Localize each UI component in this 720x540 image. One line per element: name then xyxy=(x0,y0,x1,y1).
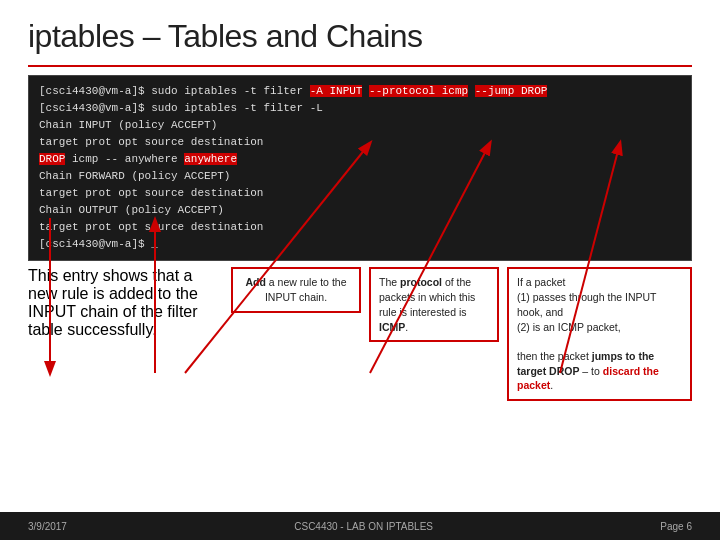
terminal-line: target prot opt source destination xyxy=(39,134,681,151)
callout-add-bold: Add xyxy=(246,276,266,288)
title-underline xyxy=(28,65,692,67)
callout-proto-end: . xyxy=(405,321,408,333)
terminal-line: Chain OUTPUT (policy ACCEPT) xyxy=(39,202,681,219)
callout-proto-pre: The xyxy=(379,276,400,288)
callout-add: Add a new rule to the INPUT chain. xyxy=(231,267,361,312)
callout-jump-t1: If a packet xyxy=(517,276,565,288)
callout-jump-t2: (1) passes through the INPUT hook, and xyxy=(517,291,656,318)
callout-proto-bold: protocol xyxy=(400,276,442,288)
callout-jump-t4end: . xyxy=(550,379,553,391)
terminal-line: [csci4430@vm-a]$ _ xyxy=(39,236,681,253)
terminal-line: target prot opt source destination xyxy=(39,219,681,236)
slide: iptables – Tables and Chains [csci4430@v… xyxy=(0,0,720,540)
terminal-block: [csci4430@vm-a]$ sudo iptables -t filter… xyxy=(28,75,692,261)
terminal-line: [csci4430@vm-a]$ sudo iptables -t filter… xyxy=(39,83,681,100)
callout-jump-t4mid: – to xyxy=(579,365,602,377)
terminal-line: target prot opt source destination xyxy=(39,185,681,202)
callout-protocol: The protocol of the packets in which thi… xyxy=(369,267,499,342)
callout-proto-bold2: ICMP xyxy=(379,321,405,333)
callout-jump: If a packet (1) passes through the INPUT… xyxy=(507,267,692,401)
footer-center: CSC4430 - LAB ON IPTABLES xyxy=(294,521,433,532)
callout-add-text: a new rule to the INPUT chain. xyxy=(265,276,347,303)
terminal-line: Chain FORWARD (policy ACCEPT) xyxy=(39,168,681,185)
footer-page: Page 6 xyxy=(660,521,692,532)
slide-title: iptables – Tables and Chains xyxy=(0,0,720,65)
footer-date: 3/9/2017 xyxy=(28,521,67,532)
terminal-line: DROP icmp -- anywhere anywhere xyxy=(39,151,681,168)
callouts-row: This entry shows that a new rule is adde… xyxy=(28,267,692,401)
footer: 3/9/2017 CSC4430 - LAB ON IPTABLES Page … xyxy=(0,512,720,540)
callout-left-text: This entry shows that a new rule is adde… xyxy=(28,267,198,338)
terminal-line: [csci4430@vm-a]$ sudo iptables -t filter… xyxy=(39,100,681,117)
terminal-line: Chain INPUT (policy ACCEPT) xyxy=(39,117,681,134)
callout-left: This entry shows that a new rule is adde… xyxy=(28,267,223,339)
callout-jump-t4pre: then the packet xyxy=(517,350,592,362)
callout-jump-t3: (2) is an ICMP packet, xyxy=(517,321,621,333)
